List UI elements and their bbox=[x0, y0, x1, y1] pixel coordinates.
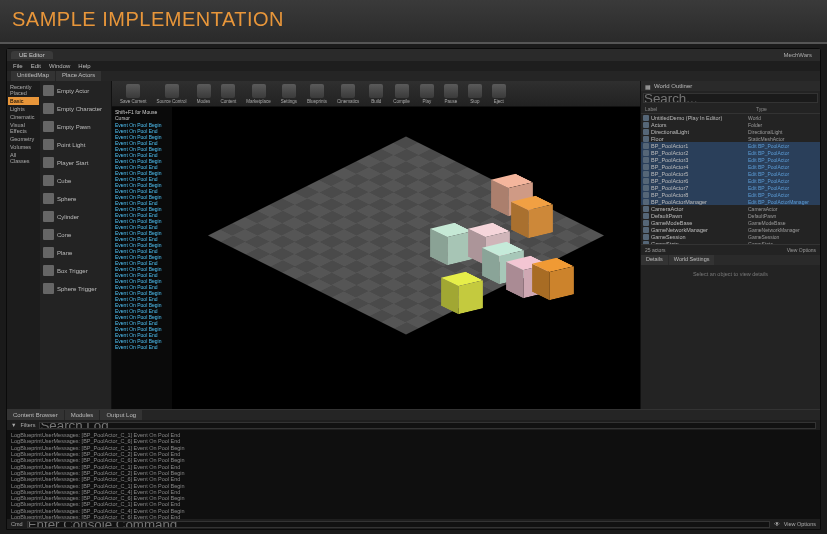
filter-icon[interactable]: ▼ bbox=[11, 422, 16, 428]
tool-icon bbox=[165, 84, 179, 98]
actor-type[interactable]: Edit BP_PoolActor bbox=[748, 171, 818, 177]
tool-blueprints[interactable]: Blueprints bbox=[303, 83, 331, 105]
outliner-row[interactable]: BP_PoolActor3Edit BP_PoolActor bbox=[641, 156, 820, 163]
outliner-row[interactable]: BP_PoolActor7Edit BP_PoolActor bbox=[641, 184, 820, 191]
col-label[interactable]: Label bbox=[645, 106, 756, 112]
tool-build[interactable]: Build bbox=[365, 83, 387, 105]
bottom-tab[interactable]: Modules bbox=[65, 410, 100, 420]
outliner-row[interactable]: GameNetworkManagerGameNetworkManager bbox=[641, 226, 820, 233]
tool-play[interactable]: Play bbox=[416, 83, 438, 105]
actor-type[interactable]: Edit BP_PoolActorManager bbox=[748, 199, 818, 205]
actor-item[interactable]: Point Light bbox=[42, 137, 109, 152]
actor-item[interactable]: Cone bbox=[42, 227, 109, 242]
actor-name: BP_PoolActor3 bbox=[651, 157, 748, 163]
eye-icon[interactable]: 👁 bbox=[774, 521, 780, 527]
tool-icon bbox=[468, 84, 482, 98]
category-item[interactable]: Lights bbox=[8, 105, 39, 113]
actor-item[interactable]: Sphere bbox=[42, 191, 109, 206]
subtab[interactable]: UntitledMap bbox=[11, 71, 55, 81]
outliner-row[interactable]: BP_PoolActor1Edit BP_PoolActor bbox=[641, 142, 820, 149]
outliner-columns: Label Type bbox=[641, 105, 820, 114]
view-options[interactable]: View Options bbox=[787, 247, 816, 253]
tool-cinematics[interactable]: Cinematics bbox=[333, 83, 363, 105]
actor-type[interactable]: Edit BP_PoolActor bbox=[748, 178, 818, 184]
category-item[interactable]: Visual Effects bbox=[8, 121, 39, 135]
outliner-row[interactable]: BP_PoolActor2Edit BP_PoolActor bbox=[641, 149, 820, 156]
actor-type[interactable]: Edit BP_PoolActor bbox=[748, 192, 818, 198]
actor-name: BP_PoolActor1 bbox=[651, 143, 748, 149]
actor-type-icon bbox=[643, 143, 649, 149]
subtab[interactable]: Place Actors bbox=[56, 71, 101, 81]
outliner-row[interactable]: DirectionalLightDirectionalLight bbox=[641, 128, 820, 135]
category-item[interactable]: Geometry bbox=[8, 135, 39, 143]
category-item[interactable]: Volumes bbox=[8, 143, 39, 151]
tool-pause[interactable]: Pause bbox=[440, 83, 462, 105]
actor-type[interactable]: Edit BP_PoolActor bbox=[748, 164, 818, 170]
outliner-row[interactable]: BP_PoolActorManagerEdit BP_PoolActorMana… bbox=[641, 198, 820, 205]
tool-eject[interactable]: Eject bbox=[488, 83, 510, 105]
outliner-row[interactable]: BP_PoolActor6Edit BP_PoolActor bbox=[641, 177, 820, 184]
outliner-row[interactable]: CameraActorCameraActor bbox=[641, 205, 820, 212]
actor-item[interactable]: Cylinder bbox=[42, 209, 109, 224]
outliner-row[interactable]: GameModeBaseGameModeBase bbox=[641, 219, 820, 226]
cmd-input[interactable] bbox=[27, 521, 770, 528]
category-item[interactable]: Basic bbox=[8, 97, 39, 105]
bottom-panel: Content BrowserModulesOutput Log ▼ Filte… bbox=[7, 409, 820, 529]
actor-type[interactable]: Edit BP_PoolActor bbox=[748, 143, 818, 149]
tool-source-control[interactable]: Source Control bbox=[153, 83, 191, 105]
outliner-row[interactable]: BP_PoolActor5Edit BP_PoolActor bbox=[641, 170, 820, 177]
tab-world-settings[interactable]: World Settings bbox=[669, 255, 715, 265]
tab-details[interactable]: Details bbox=[641, 255, 668, 265]
output-log[interactable]: LogBlueprintUserMessages: [BP_PoolActor_… bbox=[7, 430, 820, 519]
outliner-row[interactable]: BP_PoolActor4Edit BP_PoolActor bbox=[641, 163, 820, 170]
actor-item[interactable]: Sphere Trigger bbox=[42, 281, 109, 296]
col-type[interactable]: Type bbox=[756, 106, 816, 112]
scene-cube[interactable] bbox=[520, 200, 545, 234]
category-item[interactable]: All Classes bbox=[8, 151, 39, 165]
actor-name: DirectionalLight bbox=[651, 129, 748, 135]
tool-compile[interactable]: Compile bbox=[389, 83, 414, 105]
actor-item[interactable]: Empty Actor bbox=[42, 83, 109, 98]
bottom-tab[interactable]: Output Log bbox=[100, 410, 142, 420]
viewport-3d[interactable] bbox=[172, 107, 640, 409]
project-name: MechWars bbox=[784, 52, 812, 58]
log-view-options[interactable]: View Options bbox=[784, 521, 816, 527]
actor-item[interactable]: Empty Character bbox=[42, 101, 109, 116]
tool-save-current[interactable]: Save Current bbox=[116, 83, 151, 105]
window-tab[interactable]: UE Editor bbox=[11, 51, 53, 59]
menu-file[interactable]: File bbox=[13, 63, 23, 69]
tool-modes[interactable]: Modes bbox=[193, 83, 215, 105]
tool-marketplace[interactable]: Marketplace bbox=[242, 83, 275, 105]
outliner-row[interactable]: FloorStaticMeshActor bbox=[641, 135, 820, 142]
bottom-tab[interactable]: Content Browser bbox=[7, 410, 64, 420]
menu-edit[interactable]: Edit bbox=[31, 63, 41, 69]
scene-cube[interactable] bbox=[439, 227, 464, 261]
tool-settings[interactable]: Settings bbox=[277, 83, 301, 105]
filter-label[interactable]: Filters bbox=[20, 422, 35, 428]
outliner-row[interactable]: BP_PoolActor8Edit BP_PoolActor bbox=[641, 191, 820, 198]
scene-cube[interactable] bbox=[541, 262, 566, 296]
actor-item[interactable]: Box Trigger bbox=[42, 263, 109, 278]
outliner-search[interactable] bbox=[643, 93, 818, 103]
actor-type[interactable]: Edit BP_PoolActor bbox=[748, 157, 818, 163]
actor-item[interactable]: Player Start bbox=[42, 155, 109, 170]
tool-content[interactable]: Content bbox=[217, 83, 241, 105]
outliner-row[interactable]: UntitledDemo (Play In Editor)World bbox=[641, 114, 820, 121]
scene-cube[interactable] bbox=[450, 276, 475, 310]
actor-item[interactable]: Empty Pawn bbox=[42, 119, 109, 134]
tool-stop[interactable]: Stop bbox=[464, 83, 486, 105]
center-column: Save CurrentSource ControlModesContentMa… bbox=[112, 81, 640, 409]
menu-help[interactable]: Help bbox=[78, 63, 90, 69]
actor-item[interactable]: Cube bbox=[42, 173, 109, 188]
actor-type[interactable]: Edit BP_PoolActor bbox=[748, 150, 818, 156]
actor-type: Folder bbox=[748, 122, 818, 128]
category-item[interactable]: Cinematic bbox=[8, 113, 39, 121]
outliner-row[interactable]: GameSessionGameSession bbox=[641, 233, 820, 240]
log-search[interactable] bbox=[39, 422, 816, 429]
actor-item[interactable]: Plane bbox=[42, 245, 109, 260]
menu-window[interactable]: Window bbox=[49, 63, 70, 69]
outliner-row[interactable]: DefaultPawnDefaultPawn bbox=[641, 212, 820, 219]
actor-type-icon bbox=[643, 206, 649, 212]
actor-type[interactable]: Edit BP_PoolActor bbox=[748, 185, 818, 191]
outliner-row[interactable]: ActorsFolder bbox=[641, 121, 820, 128]
